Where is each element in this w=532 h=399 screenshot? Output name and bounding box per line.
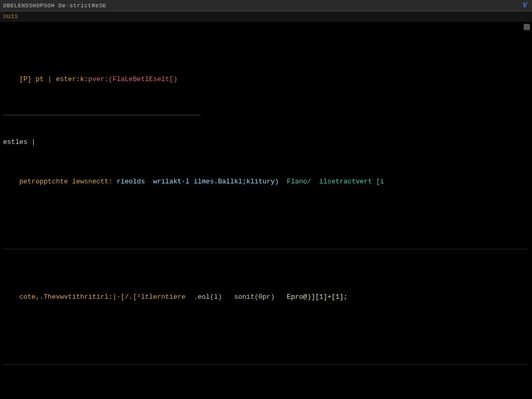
code-token: [P] pt | ester:k: (19, 75, 88, 83)
code-token: eol(l) sonit(0pr) (197, 293, 274, 301)
separator (3, 115, 201, 115)
app-logo-icon: V (523, 1, 530, 8)
breadcrumb-tab[interactable]: ouis (3, 13, 18, 20)
code-editor[interactable]: [P] pt | ester:k:pver:(FlaLeBetlEselt[) … (0, 22, 532, 399)
window-titlebar: DBELENSSHOPSOH De·strictReSE V (0, 0, 532, 11)
window-title-path: DBELENSSHOPSOH De·strictReSE (3, 3, 107, 9)
separator (3, 249, 528, 249)
code-token: Epro@)][1]+[1]; (275, 293, 348, 301)
code-token: petropptchte lewsnectt: (19, 178, 116, 185)
code-line: estles | (3, 137, 528, 147)
separator (3, 364, 528, 365)
breadcrumb: ouis (0, 11, 532, 22)
minimap-icon[interactable] (524, 24, 530, 30)
code-token: Flano/ ilsetractvert [i (287, 178, 384, 185)
code-token: cote,.Thevwvtithritirl:|·[/.[¹ltlerntier… (19, 293, 197, 301)
code-token: rieolds wrilakt·l ilmes.Ballkl;klitury) (116, 178, 287, 185)
code-token: pver:(FlaLeBetlEselt[) (88, 75, 178, 83)
